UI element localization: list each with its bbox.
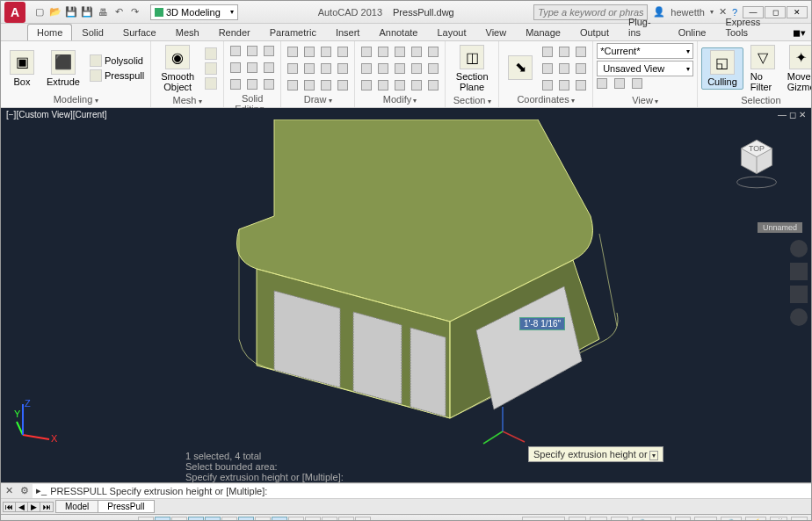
tab-parametric[interactable]: Parametric [260, 24, 326, 40]
grid-cog-icon[interactable]: ▦ [569, 517, 586, 522]
command-input[interactable]: ▸_PRESSPULL Specify extrusion height or … [33, 484, 811, 498]
panel-section: ◫Section Plane Section [446, 41, 499, 107]
steering-wheel-icon[interactable] [790, 240, 808, 257]
tab-plugins[interactable]: Plug-ins [619, 13, 669, 40]
smooth-object-button[interactable]: ◉Smooth Object [155, 43, 200, 94]
ribbon-collapse-button[interactable]: ◼▾ [787, 25, 811, 40]
view-combo[interactable]: *Current*▾ [597, 43, 693, 59]
tab-mesh[interactable]: Mesh [166, 24, 209, 40]
saveas-icon[interactable]: 💾 [80, 5, 94, 19]
tab-online[interactable]: Online [669, 24, 716, 40]
polysolid-button[interactable]: Polysolid [87, 54, 147, 68]
lwt-toggle[interactable]: ≡ [288, 517, 304, 522]
tab-insert[interactable]: Insert [326, 24, 370, 40]
ducs-toggle[interactable]: ⬊ [255, 517, 271, 522]
panel-title-modify[interactable]: Modify [383, 94, 417, 105]
isolate-icon[interactable]: ☄ [770, 517, 787, 522]
new-icon[interactable]: ▢ [33, 5, 47, 19]
tab-render[interactable]: Render [209, 24, 260, 40]
qv-layout-icon[interactable]: ◫ [590, 517, 607, 522]
ortho-toggle[interactable]: ∟ [171, 517, 187, 522]
culling-icon: ◱ [710, 50, 735, 75]
panel-title-view[interactable]: View [632, 95, 658, 105]
close-button[interactable]: ✕ [787, 6, 808, 18]
cmdline-config-icon[interactable]: ⚙ [17, 484, 33, 498]
cleanscreen-icon[interactable]: ◻ [791, 517, 808, 522]
draw-grid [285, 44, 351, 93]
box-button[interactable]: ▣Box [4, 48, 40, 89]
doc-close-icon[interactable]: ✕ [799, 110, 806, 119]
tab-presspull[interactable]: PressPull [98, 500, 154, 513]
tab-first-icon[interactable]: ⏮ [4, 503, 16, 511]
presspull-icon [90, 69, 102, 82]
nofilter-button[interactable]: ▽No Filter [745, 43, 780, 94]
plot-icon[interactable]: 🖶 [96, 5, 110, 19]
toolbar-lock-icon[interactable]: 🔒 [721, 517, 742, 522]
workspace-cog-icon[interactable]: ⚙▾ [694, 517, 717, 522]
app-menu-button[interactable]: A [4, 2, 25, 23]
pan-icon[interactable] [790, 263, 808, 280]
ucs-button[interactable]: ⬊ [503, 54, 538, 83]
panel-title-modeling[interactable]: Modeling [54, 94, 98, 105]
extrude-button[interactable]: ⬛Extrude [41, 48, 85, 89]
open-icon[interactable]: 📂 [48, 5, 62, 19]
view-label[interactable]: [−][Custom View][Current] [6, 110, 107, 119]
tab-solid[interactable]: Solid [72, 24, 112, 40]
annovisibility-icon[interactable]: ⚲ [675, 517, 691, 522]
redo-icon[interactable]: ↷ [127, 5, 141, 19]
dyn-toggle[interactable]: + [272, 517, 287, 522]
undo-icon[interactable]: ↶ [112, 5, 126, 19]
doc-min-icon[interactable]: — [778, 110, 787, 119]
presspull-button[interactable]: Presspull [87, 69, 147, 83]
unsaved-view-combo[interactable]: Unsaved View▾ [597, 61, 693, 76]
qp-toggle[interactable]: ▭ [322, 517, 337, 522]
tab-output[interactable]: Output [570, 24, 619, 40]
cmdline-close-icon[interactable]: ✕ [1, 484, 17, 498]
tab-prev-icon[interactable]: ◀ [16, 503, 28, 511]
ucs-icon-viewport[interactable]: XYZ [14, 400, 58, 445]
tab-surface[interactable]: Surface [113, 24, 166, 40]
tooltip-dropdown-icon[interactable]: ▾ [649, 451, 658, 460]
panel-title-draw[interactable]: Draw [304, 94, 332, 105]
otrack-toggle[interactable]: ∠ [238, 517, 254, 522]
dynamic-input[interactable]: 1'-8 1/16" [519, 317, 565, 330]
model-space-button[interactable]: MODEL [522, 517, 565, 522]
panel-title-selection: Selection [741, 95, 780, 105]
qv-drawing-icon[interactable]: ◫ [611, 517, 628, 522]
title-center: AutoCAD 2013 PressPull.dwg [238, 7, 533, 18]
save-icon[interactable]: 💾 [64, 5, 78, 19]
tab-last-icon[interactable]: ⏭ [40, 503, 53, 511]
culling-button[interactable]: ◱Culling [701, 47, 743, 90]
hardware-accel-icon[interactable]: ⚡ [745, 517, 766, 522]
orbit-icon[interactable] [790, 308, 808, 326]
snap-toggle[interactable]: ▦ [138, 517, 154, 522]
viewcube-label[interactable]: Unnamed [758, 222, 802, 233]
panel-title-coordinates[interactable]: Coordinates [517, 94, 575, 105]
polar-toggle[interactable]: ⊛ [188, 517, 204, 522]
viewport[interactable]: [−][Custom View][Current] —◻✕ TOP Unname… [1, 108, 811, 498]
3dosnap-toggle[interactable]: ◈ [221, 517, 237, 522]
tab-manage[interactable]: Manage [516, 24, 570, 40]
panel-title-mesh[interactable]: Mesh [173, 95, 202, 105]
panel-title-section[interactable]: Section [453, 95, 491, 105]
svg-line-14 [23, 435, 49, 439]
tab-view[interactable]: View [476, 24, 517, 40]
tab-express[interactable]: Express Tools [715, 13, 787, 40]
zoom-icon[interactable] [790, 286, 808, 303]
osnap-toggle[interactable]: ◻ [205, 517, 221, 522]
tab-layout[interactable]: Layout [427, 24, 475, 40]
section-plane-button[interactable]: ◫Section Plane [449, 43, 495, 94]
tab-annotate[interactable]: Annotate [369, 24, 427, 40]
tpy-toggle[interactable]: ◫ [305, 517, 321, 522]
tab-model[interactable]: Model [55, 500, 98, 513]
doc-max-icon[interactable]: ◻ [789, 110, 796, 119]
tab-home[interactable]: Home [27, 24, 72, 40]
am-toggle[interactable]: ▤ [355, 517, 371, 522]
tab-next-icon[interactable]: ▶ [28, 503, 40, 511]
annoscale-button[interactable]: 🔒 1:1▾ [632, 517, 671, 522]
gizmo-button[interactable]: ✦Move Gizmo [782, 43, 812, 94]
workspace-dropdown[interactable]: 3D Modeling ▾ [150, 4, 238, 20]
sc-toggle[interactable]: ◉ [338, 517, 354, 522]
viewcube[interactable]: TOP Unnamed [729, 134, 785, 191]
grid-toggle[interactable]: ⊞ [155, 517, 170, 522]
